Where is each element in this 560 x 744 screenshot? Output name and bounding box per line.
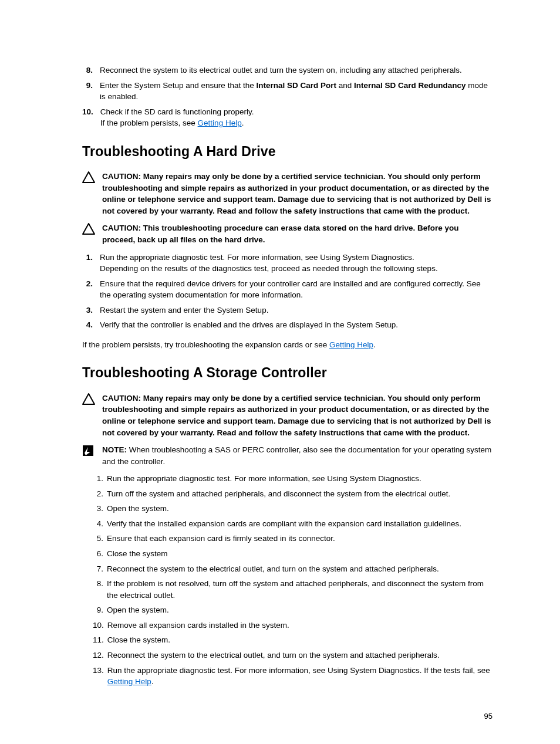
list-item: 1.Run the appropriate diagnostic test. F…: [93, 473, 492, 485]
storage-controller-steps: 1.Run the appropriate diagnostic test. F…: [93, 473, 492, 687]
step-number: 10.: [82, 106, 100, 129]
step-number: 6.: [93, 548, 107, 560]
step-number: 4.: [93, 518, 107, 530]
caution-block: CAUTION: Many repairs may only be done b…: [82, 393, 492, 438]
list-item: 9. Enter the System Setup and ensure tha…: [82, 80, 492, 103]
list-item: 4. Verify that the controller is enabled…: [82, 319, 492, 331]
caution-text: CAUTION: Many repairs may only be done b…: [102, 171, 492, 217]
step-number: 2.: [93, 488, 107, 500]
heading-hard-drive: Troubleshooting A Hard Drive: [82, 142, 492, 161]
step-number: 3.: [82, 305, 100, 316]
list-item: 6.Close the system: [93, 548, 492, 560]
step-text: Run the appropriate diagnostic test. For…: [100, 252, 492, 275]
step-text: Check if the SD card is functioning prop…: [100, 106, 492, 129]
step-text: Verify that the controller is enabled an…: [100, 319, 492, 331]
step-text: Verify that the installed expansion card…: [107, 518, 492, 530]
list-item: 10. Check if the SD card is functioning …: [82, 106, 492, 129]
continuing-steps-list: 8. Reconnect the system to its electrica…: [82, 65, 492, 129]
caution-block: CAUTION: Many repairs may only be done b…: [82, 171, 492, 217]
list-item: 5.Ensure that each expansion card is fir…: [93, 533, 492, 545]
list-item: 3. Restart the system and enter the Syst…: [82, 305, 492, 316]
step-number: 13.: [93, 665, 107, 688]
svg-rect-0: [83, 445, 93, 456]
step-number: 8.: [82, 65, 100, 76]
note-block: NOTE: When troubleshooting a SAS or PERC…: [82, 444, 492, 467]
list-item: 8. Reconnect the system to its electrica…: [82, 65, 492, 76]
step-text: Restart the system and enter the System …: [100, 305, 492, 316]
step-number: 1.: [82, 252, 100, 275]
caution-text: CAUTION: This troubleshooting procedure …: [102, 222, 492, 245]
getting-help-link[interactable]: Getting Help: [198, 119, 242, 127]
step-number: 11.: [93, 634, 107, 646]
list-item: 1. Run the appropriate diagnostic test. …: [82, 252, 492, 275]
note-text: NOTE: When troubleshooting a SAS or PERC…: [102, 444, 492, 467]
step-text: Close the system: [107, 548, 492, 560]
caution-block: CAUTION: This troubleshooting procedure …: [82, 222, 492, 245]
step-text: Ensure that each expansion card is firml…: [107, 533, 492, 545]
step-text: Turn off the system and attached periphe…: [107, 488, 492, 500]
step-number: 10.: [93, 620, 107, 631]
step-text: If the problem is not resolved, turn off…: [107, 578, 492, 601]
step-number: 4.: [82, 319, 100, 331]
hard-drive-steps: 1. Run the appropriate diagnostic test. …: [82, 252, 492, 331]
getting-help-link[interactable]: Getting Help: [329, 340, 373, 349]
step-number: 9.: [82, 80, 100, 103]
hard-drive-aftertext: If the problem persists, try troubleshoo…: [82, 339, 492, 351]
caution-icon: [82, 393, 102, 438]
step-number: 7.: [93, 563, 107, 575]
note-icon: [82, 444, 102, 467]
list-item: 7.Reconnect the system to the electrical…: [93, 563, 492, 575]
list-item: 3.Open the system.: [93, 503, 492, 515]
step-text: Reconnect the system to the electrical o…: [107, 563, 492, 575]
step-text: Remove all expansion cards installed in …: [107, 620, 492, 631]
step-text: Ensure that the required device drivers …: [100, 278, 492, 301]
step-text: Close the system.: [107, 634, 492, 646]
list-item: 12.Reconnect the system to the electrica…: [93, 650, 492, 661]
list-item: 11.Close the system.: [93, 634, 492, 646]
caution-icon: [82, 222, 102, 245]
list-item: 10.Remove all expansion cards installed …: [93, 620, 492, 631]
step-number: 9.: [93, 604, 107, 616]
step-text: Run the appropriate diagnostic test. For…: [107, 473, 492, 485]
step-number: 1.: [93, 473, 107, 485]
page-number: 95: [82, 711, 492, 722]
step-text: Run the appropriate diagnostic test. For…: [107, 665, 492, 688]
caution-text: CAUTION: Many repairs may only be done b…: [102, 393, 492, 438]
step-number: 12.: [93, 650, 107, 661]
step-number: 8.: [93, 578, 107, 601]
list-item: 8.If the problem is not resolved, turn o…: [93, 578, 492, 601]
step-text: Open the system.: [107, 503, 492, 515]
list-item: 9.Open the system.: [93, 604, 492, 616]
step-text: Reconnect the system to the electrical o…: [107, 650, 492, 661]
list-item: 2.Turn off the system and attached perip…: [93, 488, 492, 500]
step-number: 3.: [93, 503, 107, 515]
step-number: 5.: [93, 533, 107, 545]
step-number: 2.: [82, 278, 100, 301]
list-item: 4.Verify that the installed expansion ca…: [93, 518, 492, 530]
caution-icon: [82, 171, 102, 217]
step-text: Enter the System Setup and ensure that t…: [100, 80, 492, 103]
heading-storage-controller: Troubleshooting A Storage Controller: [82, 363, 492, 383]
list-item: 13. Run the appropriate diagnostic test.…: [93, 665, 492, 688]
step-text: Open the system.: [107, 604, 492, 616]
getting-help-link[interactable]: Getting Help: [107, 677, 151, 686]
list-item: 2. Ensure that the required device drive…: [82, 278, 492, 301]
step-text: Reconnect the system to its electrical o…: [100, 65, 492, 76]
